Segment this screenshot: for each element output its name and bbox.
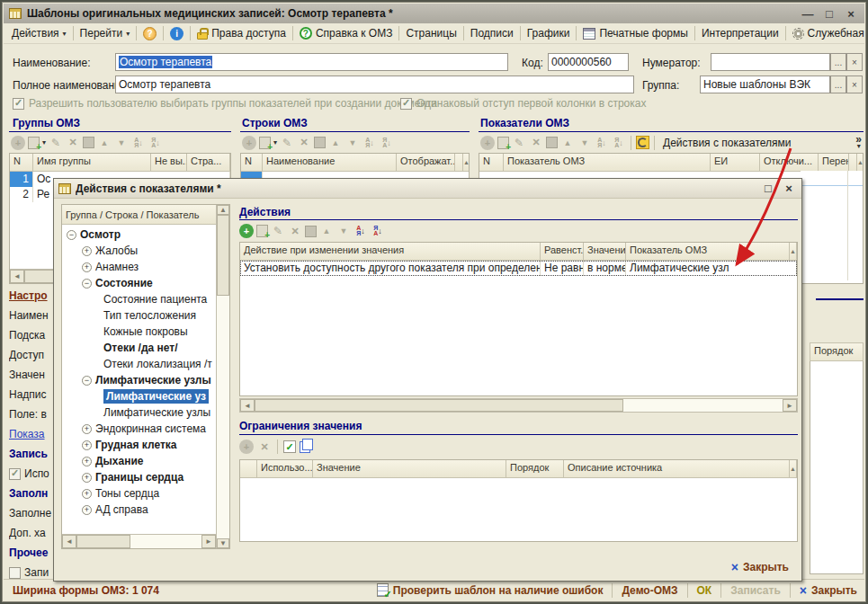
column-header[interactable]: N: [10, 154, 33, 172]
scroll-thumb[interactable]: [76, 535, 130, 548]
expand-icon[interactable]: +: [82, 246, 92, 256]
signatures-button[interactable]: Подписи: [466, 25, 518, 41]
sort-asc-icon[interactable]: АЯ↓: [353, 224, 368, 238]
tree-node[interactable]: −Состояние: [62, 275, 216, 291]
scroll-left-icon[interactable]: ◄: [62, 535, 76, 548]
demo-omz-button[interactable]: Демо-ОМЗ: [614, 584, 685, 597]
scroll-track[interactable]: [623, 399, 783, 412]
indicator-link[interactable]: Показа: [9, 424, 53, 444]
settings-link[interactable]: Настро: [9, 286, 53, 306]
scroll-track[interactable]: [217, 296, 229, 538]
dialog-maximize-button[interactable]: □: [760, 182, 776, 195]
column-header[interactable]: Значение: [584, 243, 626, 261]
tree-hscrollbar[interactable]: ◄ ►: [62, 534, 216, 548]
tree-node[interactable]: +Анамнез: [62, 259, 216, 275]
tree-node[interactable]: −Осмотр: [62, 226, 216, 243]
interpretations-button[interactable]: Интерпретации: [697, 25, 783, 41]
column-header[interactable]: Отображат...: [397, 154, 455, 172]
column-header[interactable]: Использо...: [257, 460, 313, 478]
toolbar-overflow-button[interactable]: »▾: [855, 136, 862, 150]
actions-hscrollbar[interactable]: ◄ ►: [239, 398, 798, 413]
dialog-close-action[interactable]: × Закрыть: [731, 560, 789, 574]
use-checkbox[interactable]: Испо: [9, 464, 53, 484]
column-header[interactable]: Порядок: [506, 460, 564, 478]
charts-button[interactable]: Графики: [523, 25, 575, 41]
close-button[interactable]: ×Закрыть: [792, 583, 864, 598]
scroll-down-icon[interactable]: ▼: [217, 538, 229, 548]
scroll-track[interactable]: [130, 535, 201, 548]
scroll-thumb[interactable]: [255, 399, 623, 412]
pages-button[interactable]: Страницы: [401, 25, 461, 41]
column-header[interactable]: Наименование: [263, 154, 397, 172]
scroll-up-icon[interactable]: ▲: [790, 460, 797, 478]
numerator-select-button[interactable]: ...: [830, 53, 846, 71]
collapse-icon[interactable]: −: [82, 376, 92, 386]
collapse-icon[interactable]: −: [82, 279, 92, 289]
print-forms-button[interactable]: Печатные формы: [578, 25, 692, 41]
group-select-button[interactable]: ...: [830, 76, 846, 93]
same-indent-checkbox[interactable]: Одинаковый отступ первой колонки в строк…: [400, 97, 646, 110]
scroll-up-icon[interactable]: ▲: [217, 205, 229, 215]
goto-menu[interactable]: Перейти▾: [76, 25, 135, 41]
scroll-left-icon[interactable]: ◄: [10, 270, 24, 283]
numerator-clear-button[interactable]: ×: [846, 53, 863, 71]
collapse-icon[interactable]: −: [67, 230, 76, 240]
tree-node[interactable]: +Тоны сердца: [62, 485, 216, 502]
scroll-thumb[interactable]: [217, 215, 229, 296]
add-icon[interactable]: +: [239, 224, 254, 238]
scroll-up-icon[interactable]: ▲: [857, 154, 864, 172]
tree-node[interactable]: +Грудная клетка: [62, 437, 216, 453]
maximize-button[interactable]: □: [821, 7, 837, 21]
column-header[interactable]: Не вы...: [151, 154, 187, 172]
tree-node[interactable]: +Дыхание: [62, 453, 216, 469]
column-header[interactable]: Перен...: [819, 154, 849, 172]
tree-node[interactable]: Отеки /да нет/: [62, 340, 216, 356]
expand-icon[interactable]: +: [82, 424, 92, 434]
tree-node[interactable]: Тип телосложения: [62, 307, 216, 324]
actions-menu[interactable]: Действия▾: [7, 25, 71, 41]
check-all-icon[interactable]: ✓: [283, 440, 296, 453]
column-header[interactable]: Отключи...: [760, 154, 819, 172]
indicator-actions-button[interactable]: Действия с показателями: [659, 137, 794, 149]
column-header[interactable]: Описание источника: [564, 460, 790, 478]
full-name-input[interactable]: Осмотр терапевта: [115, 76, 634, 93]
tree-vscrollbar[interactable]: ▲ ▼: [216, 205, 229, 548]
history-icon[interactable]: [636, 136, 649, 149]
column-header[interactable]: Имя группы: [33, 154, 151, 172]
tree-node[interactable]: Отеки локализация /т: [62, 356, 216, 372]
service-mz-button[interactable]: Служебная МЗ: [788, 25, 868, 41]
scroll-left-icon[interactable]: ◄: [240, 399, 255, 412]
tree-node[interactable]: Лимфатические узлы: [62, 404, 216, 421]
group-input[interactable]: Новые шаблоны ВЭК: [700, 76, 830, 93]
allow-groups-checkbox[interactable]: Разрешить пользователю выбирать группы п…: [13, 97, 437, 110]
scroll-right-icon[interactable]: ►: [201, 535, 216, 548]
minimize-button[interactable]: —: [800, 7, 816, 21]
tree-node[interactable]: Состояние пациента: [62, 291, 216, 307]
column-header[interactable]: Значение: [313, 460, 506, 478]
column-header[interactable]: Показатель ОМЗ: [504, 154, 711, 172]
copy-all-icon[interactable]: [300, 441, 310, 453]
code-input[interactable]: 0000000560: [548, 53, 629, 71]
tree-node[interactable]: +Жалобы: [62, 243, 216, 259]
info-button[interactable]: i: [166, 25, 188, 42]
expand-icon[interactable]: +: [82, 440, 92, 450]
column-header[interactable]: Стра...: [187, 154, 230, 172]
expand-icon[interactable]: +: [82, 457, 92, 466]
column-header[interactable]: ЕИ: [711, 154, 760, 172]
sort-desc-icon[interactable]: ЯА↓: [371, 224, 385, 238]
access-rights-button[interactable]: Права доступа: [192, 25, 291, 41]
tree-node[interactable]: Кожные покровы: [62, 324, 216, 340]
scroll-right-icon[interactable]: ►: [783, 399, 797, 412]
tree-node[interactable]: +АД справа: [62, 502, 216, 518]
dialog-close-button[interactable]: ×: [781, 182, 797, 195]
scroll-up-icon[interactable]: ▲: [790, 243, 797, 261]
column-header[interactable]: N: [241, 154, 263, 172]
tree-node[interactable]: +Эндокринная система: [62, 421, 216, 437]
ok-button[interactable]: ОК: [690, 584, 720, 597]
expand-icon[interactable]: +: [82, 473, 92, 483]
check-template-button[interactable]: Проверить шаблон на наличие ошибок: [370, 583, 611, 597]
close-button[interactable]: ×: [843, 7, 859, 21]
help-button[interactable]: ?: [139, 25, 161, 42]
group-clear-button[interactable]: ×: [846, 76, 863, 93]
scroll-up-icon[interactable]: ▲: [463, 154, 470, 172]
